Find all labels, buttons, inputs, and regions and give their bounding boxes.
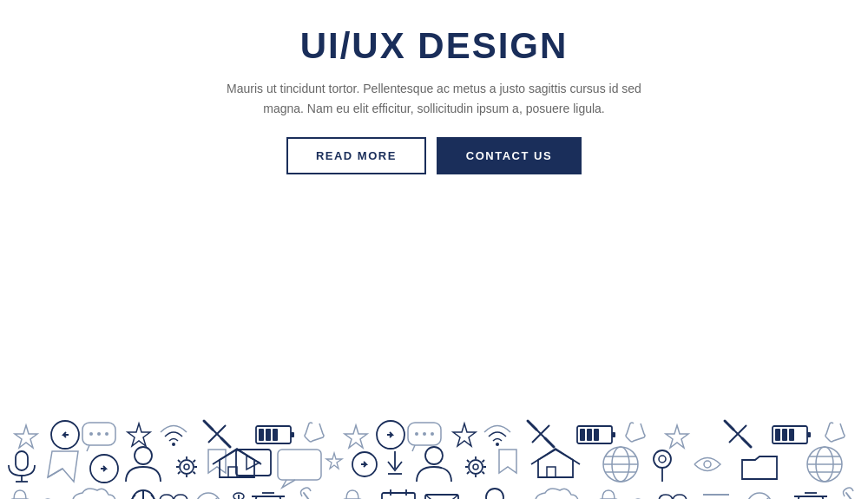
svg-marker-23 bbox=[453, 423, 476, 446]
icons-section bbox=[0, 200, 868, 499]
svg-marker-34 bbox=[666, 425, 688, 448]
svg-rect-54 bbox=[236, 450, 271, 476]
svg-point-22 bbox=[431, 432, 434, 436]
svg-marker-57 bbox=[326, 453, 342, 469]
svg-line-11 bbox=[221, 438, 230, 447]
svg-point-72 bbox=[654, 450, 671, 468]
svg-rect-56 bbox=[278, 450, 321, 480]
svg-point-5 bbox=[105, 432, 108, 436]
svg-point-3 bbox=[89, 432, 93, 436]
hero-subtitle: Mauris ut tincidunt tortor. Pellentesque… bbox=[208, 79, 660, 118]
svg-rect-14 bbox=[259, 429, 264, 441]
svg-line-38 bbox=[742, 438, 751, 447]
svg-rect-16 bbox=[273, 429, 278, 441]
svg-line-37 bbox=[725, 421, 733, 430]
svg-rect-41 bbox=[775, 429, 780, 441]
svg-point-20 bbox=[415, 432, 418, 436]
svg-rect-15 bbox=[266, 429, 271, 441]
page-title: UI/UX DESIGN bbox=[300, 25, 569, 67]
svg-point-61 bbox=[425, 447, 443, 464]
svg-line-10 bbox=[204, 421, 213, 430]
svg-marker-0 bbox=[15, 425, 37, 448]
svg-line-28 bbox=[545, 438, 554, 447]
svg-line-48 bbox=[48, 469, 62, 477]
svg-point-50 bbox=[135, 447, 152, 464]
svg-point-62 bbox=[469, 460, 483, 474]
svg-rect-40 bbox=[807, 432, 811, 437]
svg-rect-33 bbox=[594, 429, 599, 441]
svg-marker-64 bbox=[499, 450, 516, 473]
svg-rect-13 bbox=[291, 432, 294, 437]
svg-point-106 bbox=[486, 489, 503, 499]
svg-marker-6 bbox=[128, 423, 150, 446]
read-more-button[interactable]: READ MORE bbox=[286, 137, 426, 174]
svg-point-24 bbox=[496, 443, 499, 446]
svg-rect-31 bbox=[580, 429, 585, 441]
svg-marker-47 bbox=[48, 451, 78, 482]
svg-marker-17 bbox=[345, 425, 367, 448]
svg-rect-66 bbox=[547, 467, 556, 477]
svg-line-94 bbox=[304, 493, 321, 499]
svg-line-121 bbox=[846, 493, 864, 499]
svg-rect-43 bbox=[789, 429, 794, 441]
svg-rect-96 bbox=[382, 493, 415, 499]
svg-point-21 bbox=[423, 432, 426, 436]
svg-rect-42 bbox=[782, 429, 787, 441]
contact-us-button[interactable]: CONTACT US bbox=[437, 137, 582, 174]
svg-point-73 bbox=[659, 456, 666, 463]
svg-point-63 bbox=[473, 464, 478, 469]
svg-point-52 bbox=[184, 464, 189, 469]
svg-point-4 bbox=[97, 432, 101, 436]
svg-rect-30 bbox=[612, 432, 615, 437]
svg-point-74 bbox=[704, 461, 711, 468]
svg-point-7 bbox=[172, 443, 175, 446]
hero-section: UI/UX DESIGN Mauris ut tincidunt tortor.… bbox=[0, 0, 868, 200]
button-row: READ MORE CONTACT US bbox=[286, 137, 582, 174]
svg-line-27 bbox=[528, 421, 536, 430]
svg-rect-32 bbox=[587, 429, 592, 441]
svg-point-51 bbox=[180, 460, 194, 474]
svg-rect-44 bbox=[16, 451, 28, 470]
